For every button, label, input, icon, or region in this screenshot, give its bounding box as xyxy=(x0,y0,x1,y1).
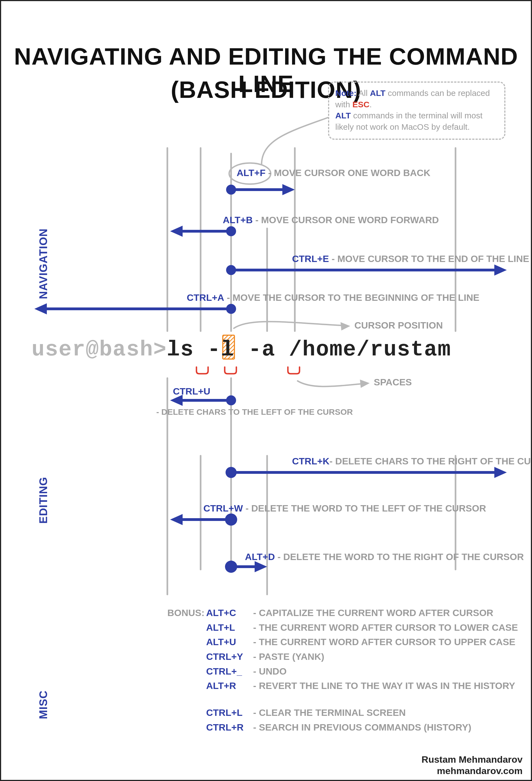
section-label-editing: EDITING xyxy=(37,477,50,524)
sc-ctrl-u-desc: - DELETE CHARS TO THE LEFT OF THE CURSOR xyxy=(156,407,353,417)
svg-point-38 xyxy=(225,561,237,573)
misc-row: .CTRL+L - CLEAR THE TERMINAL SCREEN xyxy=(167,705,471,720)
annot-spaces: SPACES xyxy=(374,377,412,387)
bonus-row: ALT+L - THE CURRENT WORD AFTER CURSOR TO… xyxy=(167,620,518,635)
annot-cursor-position: CURSOR POSITION xyxy=(354,320,443,331)
cheatsheet-page: NAVIGATING AND EDITING THE COMMAND LINE … xyxy=(0,0,532,781)
svg-point-32 xyxy=(226,467,237,478)
note-box: Note: All ALT commands can be replaced w… xyxy=(328,82,505,140)
note-esc: ESC xyxy=(352,100,370,109)
bonus-row: ALT+R - REVERT THE LINE TO THE WAY IT WA… xyxy=(167,679,518,693)
section-label-misc: MISC xyxy=(37,690,50,719)
section-label-navigation: NAVIGATION xyxy=(37,229,50,299)
misc-list: .CTRL+L - CLEAR THE TERMINAL SCREEN .CTR… xyxy=(167,705,471,734)
sc-ctrl-u-key: CTRL+U xyxy=(173,386,210,397)
svg-marker-26 xyxy=(341,322,350,330)
svg-marker-22 xyxy=(494,264,507,276)
sc-ctrl-e: CTRL+E - MOVE CURSOR TO THE END OF THE L… xyxy=(292,253,529,264)
prompt: user@bash> xyxy=(32,337,167,362)
bonus-row: ALT+U - THE CURRENT WORD AFTER CURSOR TO… xyxy=(167,634,518,649)
sc-ctrl-a: CTRL+A - MOVE THE CURSOR TO THE BEGINNIN… xyxy=(187,292,479,303)
svg-point-14 xyxy=(226,184,236,195)
sc-ctrl-k: CTRL+K- DELETE CHARS TO THE RIGHT OF THE… xyxy=(292,456,532,466)
note-alt2: ALT xyxy=(335,111,351,120)
svg-marker-34 xyxy=(494,467,507,478)
svg-marker-27 xyxy=(360,379,370,388)
misc-row: .CTRL+R - SEARCH IN PREVIOUS COMMANDS (H… xyxy=(167,720,471,735)
note-fragment: All xyxy=(357,88,370,97)
bonus-list: BONUS:ALT+C - CAPITALIZE THE CURRENT WOR… xyxy=(167,606,518,693)
note-alt1: ALT xyxy=(370,88,386,97)
note-fragment: . xyxy=(369,100,371,109)
svg-marker-40 xyxy=(255,561,267,572)
svg-marker-16 xyxy=(282,184,295,195)
bonus-row: CTRL+_ - UNDO xyxy=(167,664,518,679)
note-label: Note: xyxy=(335,88,357,97)
sc-alt-b: ALT+B - MOVE CURSOR ONE WORD FORWARD xyxy=(223,215,439,225)
credit-site: mehmandarov.com xyxy=(422,765,523,777)
svg-point-20 xyxy=(226,265,236,275)
cmd-before-cursor: ls -l xyxy=(167,337,234,362)
bonus-row: CTRL+Y - PASTE (YANK) xyxy=(167,649,518,664)
credit-author: Rustam Mehmandarov xyxy=(422,754,523,765)
sc-alt-f: ALT+F - MOVE CURSOR ONE WORD BACK xyxy=(237,167,430,178)
sc-alt-d: ALT+D - DELETE THE WORD TO THE RIGHT OF … xyxy=(245,551,524,562)
svg-point-29 xyxy=(226,395,236,405)
cmd-after-cursor: -a /home/rustam xyxy=(248,337,451,362)
note-fragment: commands in the terminal will most likel… xyxy=(335,111,482,131)
svg-point-23 xyxy=(226,304,236,314)
svg-marker-19 xyxy=(170,226,183,237)
bonus-row: BONUS:ALT+C - CAPITALIZE THE CURRENT WOR… xyxy=(167,606,518,620)
svg-point-35 xyxy=(225,513,237,526)
svg-point-17 xyxy=(226,226,236,236)
sc-ctrl-w: CTRL+W - DELETE THE WORD TO THE LEFT OF … xyxy=(204,503,486,514)
credits: Rustam Mehmandarov mehmandarov.com xyxy=(422,754,523,777)
command-line: user@bash>ls -l-a /home/rustam xyxy=(32,337,451,362)
svg-marker-25 xyxy=(34,303,47,315)
svg-marker-37 xyxy=(170,514,183,525)
